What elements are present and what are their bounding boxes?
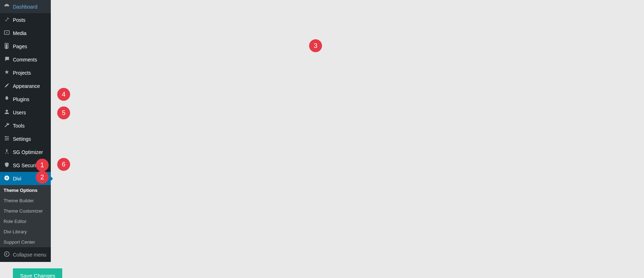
sidebar-item-plugins[interactable]: Plugins (0, 93, 51, 106)
sidebar-item-sg-optimizer[interactable]: SG Optimizer (0, 145, 51, 159)
sidebar-item-tools[interactable]: Tools (0, 119, 51, 132)
annotation-4: 4 (57, 88, 70, 101)
sidebar-item-dashboard[interactable]: Dashboard (0, 0, 51, 13)
svg-point-11 (4, 252, 9, 257)
submenu-item-divi-library[interactable]: Divi Library (0, 227, 51, 237)
user-icon (4, 109, 10, 116)
svg-point-8 (6, 139, 7, 140)
sidebar-item-appearance[interactable]: Appearance (0, 79, 51, 93)
sidebar-item-comments[interactable]: Comments (0, 53, 51, 66)
media-icon (4, 29, 10, 37)
sidebar-item-label: Pages (13, 44, 27, 49)
collapse-label: Collapse menu (13, 252, 46, 258)
sidebar-item-projects[interactable]: Projects (0, 66, 51, 79)
svg-point-6 (5, 136, 6, 137)
sidebar-item-label: Appearance (13, 83, 40, 89)
page-icon (4, 43, 10, 50)
sidebar-item-label: Divi (13, 176, 21, 182)
sidebar-item-label: Tools (13, 123, 25, 129)
wrench-icon (4, 122, 10, 129)
star-icon (4, 69, 10, 76)
annotation-1: 1 (36, 159, 49, 172)
main-content: Save Changes D Divi Theme Options Genera… (0, 262, 644, 278)
save-changes-button-top[interactable]: Save Changes (13, 268, 62, 278)
pin-icon (4, 16, 10, 24)
sliders-icon (4, 135, 10, 143)
svg-rect-4 (6, 44, 8, 49)
collapse-icon (4, 251, 10, 258)
plug-icon (4, 95, 10, 103)
sidebar-item-label: SG Optimizer (13, 149, 43, 155)
dashboard-icon (4, 3, 10, 10)
sidebar-item-media[interactable]: Media (0, 26, 51, 40)
annotation-5: 5 (57, 106, 70, 119)
shield-icon (4, 162, 10, 169)
rocket-icon (4, 148, 10, 156)
submenu-item-theme-builder[interactable]: Theme Builder (0, 195, 51, 206)
submenu-item-theme-customizer[interactable]: Theme Customizer (0, 206, 51, 216)
sidebar-item-pages[interactable]: Pages (0, 40, 51, 53)
annotation-2: 2 (36, 171, 49, 184)
collapse-menu-button[interactable]: Collapse menu (0, 247, 51, 262)
sidebar-item-posts[interactable]: Posts (0, 13, 51, 26)
sidebar-item-label: Media (13, 30, 26, 36)
comment-icon (4, 56, 10, 63)
divi-icon: D (4, 175, 10, 182)
sidebar-item-label: Plugins (13, 96, 29, 102)
divi-submenu: Theme OptionsTheme BuilderTheme Customiz… (0, 185, 51, 247)
submenu-item-support-center[interactable]: Support Center (0, 237, 51, 247)
sidebar-item-label: Settings (13, 136, 31, 142)
sidebar-item-label: Posts (13, 17, 25, 23)
svg-point-7 (8, 138, 9, 139)
sidebar-item-users[interactable]: Users (0, 106, 51, 119)
svg-point-2 (6, 32, 8, 33)
svg-point-0 (6, 6, 7, 7)
brush-icon (4, 82, 10, 90)
sidebar-item-label: Projects (13, 70, 31, 76)
annotation-3: 3 (309, 39, 322, 52)
sidebar-item-label: Dashboard (13, 4, 38, 10)
sidebar-item-settings[interactable]: Settings (0, 132, 51, 145)
annotation-6: 6 (57, 158, 70, 171)
wp-admin-sidebar: DashboardPostsMediaPagesCommentsProjects… (0, 0, 51, 262)
sidebar-item-label: Comments (13, 57, 37, 63)
submenu-item-theme-options[interactable]: Theme Options (0, 185, 51, 195)
svg-text:D: D (6, 177, 8, 180)
sidebar-item-label: Users (13, 110, 26, 115)
submenu-item-role-editor[interactable]: Role Editor (0, 216, 51, 227)
svg-point-5 (6, 110, 8, 112)
